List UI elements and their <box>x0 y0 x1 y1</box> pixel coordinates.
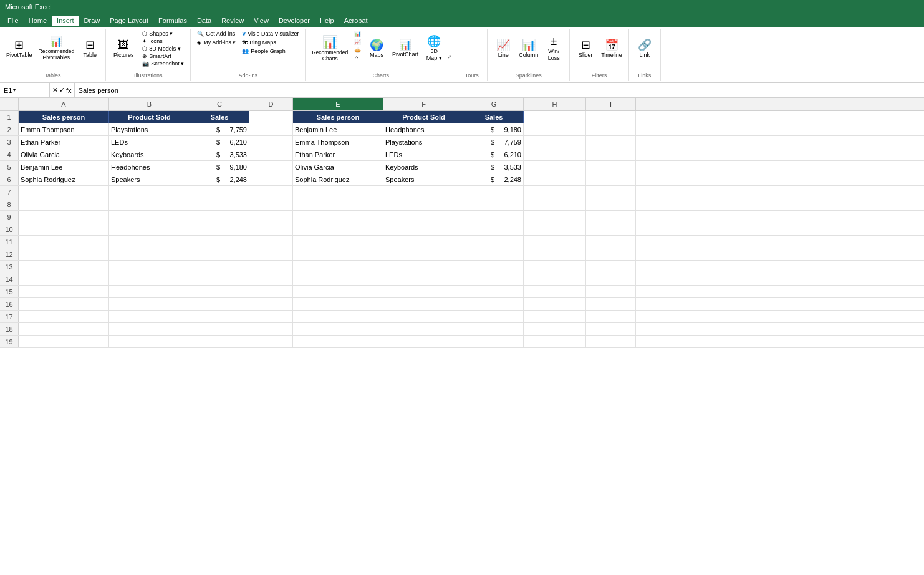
cell-i17[interactable] <box>586 311 636 322</box>
cell-b16[interactable] <box>109 298 190 310</box>
menu-data[interactable]: Data <box>192 16 216 26</box>
menu-view[interactable]: View <box>249 16 274 26</box>
pie-chart-button[interactable]: 🥧 <box>352 46 363 54</box>
cell-h18[interactable] <box>524 323 586 335</box>
formula-input[interactable]: Sales person <box>75 87 924 94</box>
cell-e15[interactable] <box>293 286 383 297</box>
cell-i7[interactable] <box>586 186 636 198</box>
cell-a19[interactable] <box>19 336 109 347</box>
cell-g3[interactable]: $ 7,759 <box>464 136 524 148</box>
scatter-chart-button[interactable]: ⁘ <box>352 54 363 62</box>
cell-b14[interactable] <box>109 273 190 285</box>
cell-e19[interactable] <box>293 336 383 347</box>
cell-f19[interactable] <box>383 336 464 347</box>
cell-i8[interactable] <box>586 198 636 210</box>
cell-h7[interactable] <box>524 186 586 198</box>
cell-c18[interactable] <box>190 323 249 335</box>
cell-d9[interactable] <box>249 211 293 223</box>
get-addins-button[interactable]: 🔍 Get Add-ins <box>195 30 238 37</box>
cell-d17[interactable] <box>249 311 293 322</box>
col-header-i[interactable]: I <box>586 98 636 110</box>
cell-d16[interactable] <box>249 298 293 310</box>
pivot-chart-button[interactable]: 📊 PivotChart <box>390 30 421 67</box>
recommended-charts-button[interactable]: 📊 RecommendedCharts <box>309 30 350 67</box>
cell-e18[interactable] <box>293 323 383 335</box>
cell-f3[interactable]: Playstations <box>383 136 464 148</box>
cell-b11[interactable] <box>109 236 190 248</box>
cell-c12[interactable] <box>190 248 249 260</box>
cell-i16[interactable] <box>586 298 636 310</box>
cell-reference-box[interactable]: E1 ▾ <box>0 83 50 97</box>
line-chart-button[interactable]: 📈 <box>352 38 363 46</box>
cell-f1[interactable]: Product Sold <box>383 111 464 123</box>
cell-a11[interactable] <box>19 236 109 248</box>
cell-h8[interactable] <box>524 198 586 210</box>
cell-b13[interactable] <box>109 261 190 273</box>
cell-f11[interactable] <box>383 236 464 248</box>
cell-f12[interactable] <box>383 248 464 260</box>
menu-developer[interactable]: Developer <box>274 16 315 26</box>
cell-e6[interactable]: Sophia Rodriguez <box>293 173 383 185</box>
cell-d5[interactable] <box>249 161 293 173</box>
cell-i12[interactable] <box>586 248 636 260</box>
cell-a9[interactable] <box>19 211 109 223</box>
cell-a7[interactable] <box>19 186 109 198</box>
cell-g11[interactable] <box>464 236 524 248</box>
shapes-button[interactable]: ⬡ Shapes ▾ <box>140 30 186 37</box>
timeline-button[interactable]: 📅 Timeline <box>599 30 625 67</box>
cell-e9[interactable] <box>293 211 383 223</box>
cell-h5[interactable] <box>524 161 586 173</box>
col-header-b[interactable]: B <box>109 98 190 110</box>
menu-insert[interactable]: Insert <box>52 16 79 26</box>
cell-c3[interactable]: $ 6,210 <box>190 136 249 148</box>
menu-draw[interactable]: Draw <box>79 16 105 26</box>
cell-c6[interactable]: $ 2,248 <box>190 173 249 185</box>
cell-i3[interactable] <box>586 136 636 148</box>
cell-b2[interactable]: Playstations <box>109 123 190 135</box>
cell-d2[interactable] <box>249 123 293 135</box>
cell-e1[interactable]: Sales person <box>293 111 383 123</box>
cell-d4[interactable] <box>249 148 293 160</box>
cell-b9[interactable] <box>109 211 190 223</box>
cell-a5[interactable]: Benjamin Lee <box>19 161 109 173</box>
cell-g18[interactable] <box>464 323 524 335</box>
cell-g13[interactable] <box>464 261 524 273</box>
cell-d12[interactable] <box>249 248 293 260</box>
cell-a12[interactable] <box>19 248 109 260</box>
pivot-table-button[interactable]: ⊞ PivotTable <box>4 30 35 67</box>
cell-h15[interactable] <box>524 286 586 297</box>
my-addins-button[interactable]: ◈ My Add-ins ▾ <box>195 39 238 46</box>
cell-h19[interactable] <box>524 336 586 347</box>
bing-maps-button[interactable]: 🗺 Bing Maps <box>239 39 301 46</box>
cell-d15[interactable] <box>249 286 293 297</box>
cell-h11[interactable] <box>524 236 586 248</box>
cell-a3[interactable]: Ethan Parker <box>19 136 109 148</box>
menu-home[interactable]: Home <box>24 16 52 26</box>
menu-review[interactable]: Review <box>216 16 249 26</box>
recommended-pivot-button[interactable]: 📊 RecommendedPivotTables <box>36 30 77 67</box>
col-header-d[interactable]: D <box>249 98 293 110</box>
cell-g5[interactable]: $ 3,533 <box>464 161 524 173</box>
cell-b10[interactable] <box>109 223 190 235</box>
cell-b8[interactable] <box>109 198 190 210</box>
cell-f15[interactable] <box>383 286 464 297</box>
cell-f18[interactable] <box>383 323 464 335</box>
cell-f17[interactable] <box>383 311 464 322</box>
menu-acrobat[interactable]: Acrobat <box>339 16 373 26</box>
cell-e16[interactable] <box>293 298 383 310</box>
cell-c8[interactable] <box>190 198 249 210</box>
cell-g7[interactable] <box>464 186 524 198</box>
cell-c9[interactable] <box>190 211 249 223</box>
cell-c17[interactable] <box>190 311 249 322</box>
cell-d18[interactable] <box>249 323 293 335</box>
screenshot-button[interactable]: 📷 Screenshot ▾ <box>140 60 186 67</box>
cell-d1[interactable] <box>249 111 293 123</box>
cell-g17[interactable] <box>464 311 524 322</box>
function-icon[interactable]: fx <box>66 87 72 94</box>
cell-g1[interactable]: Sales <box>464 111 524 123</box>
cell-h2[interactable] <box>524 123 586 135</box>
cell-b1[interactable]: Product Sold <box>109 111 190 123</box>
cell-i19[interactable] <box>586 336 636 347</box>
cell-d10[interactable] <box>249 223 293 235</box>
cell-b15[interactable] <box>109 286 190 297</box>
